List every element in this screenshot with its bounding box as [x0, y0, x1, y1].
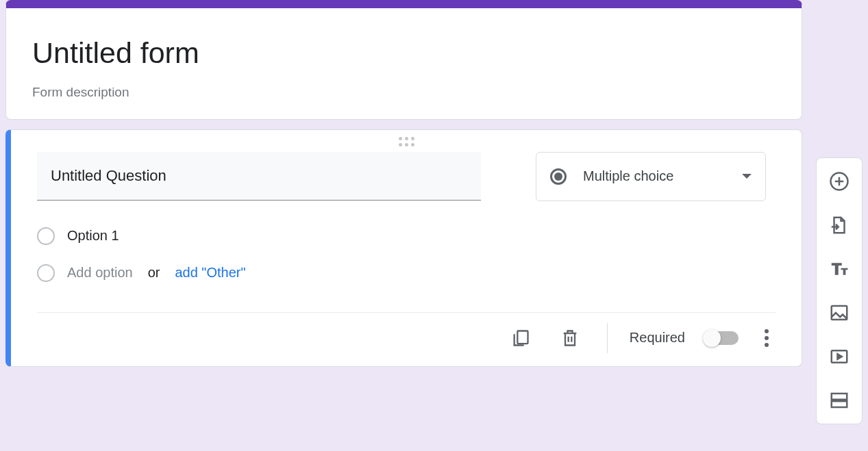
floating-toolbar	[816, 157, 863, 424]
add-title-button[interactable]	[824, 254, 854, 284]
svg-rect-4	[832, 394, 847, 400]
add-video-button[interactable]	[824, 342, 854, 372]
question-type-dropdown[interactable]: Multiple choice	[536, 152, 766, 201]
duplicate-button[interactable]	[506, 323, 536, 353]
option-row: Option 1	[37, 218, 776, 255]
svg-rect-0	[517, 331, 528, 344]
kebab-icon	[765, 329, 769, 333]
radio-filled-icon	[550, 168, 567, 185]
radio-icon	[37, 227, 55, 245]
image-icon	[829, 302, 850, 323]
divider	[607, 323, 608, 353]
required-toggle[interactable]	[704, 331, 739, 345]
question-title-input[interactable]	[37, 152, 481, 201]
import-questions-button[interactable]	[824, 210, 854, 240]
form-description-input[interactable]: Form description	[32, 85, 776, 100]
question-type-label: Multiple choice	[583, 168, 726, 184]
chevron-down-icon	[742, 174, 752, 179]
add-option-button[interactable]: Add option	[67, 265, 133, 281]
trash-icon	[560, 328, 580, 348]
option-label-input[interactable]: Option 1	[67, 228, 119, 244]
or-text: or	[148, 265, 160, 281]
add-section-button[interactable]	[824, 385, 854, 415]
question-card: Multiple choice Option 1 Add option or a…	[5, 129, 802, 367]
required-label: Required	[630, 330, 685, 346]
toggle-knob	[703, 329, 721, 347]
svg-rect-5	[832, 401, 847, 407]
add-other-button[interactable]: add "Other"	[175, 265, 245, 281]
add-image-button[interactable]	[824, 298, 854, 328]
form-header-card: Untitled form Form description	[5, 0, 802, 120]
plus-circle-icon	[829, 171, 850, 192]
radio-icon	[37, 264, 55, 282]
video-icon	[829, 346, 850, 367]
add-option-row: Add option or add "Other"	[37, 255, 776, 292]
delete-button[interactable]	[555, 323, 585, 353]
section-icon	[829, 390, 850, 411]
text-tt-icon	[829, 259, 850, 279]
add-question-button[interactable]	[824, 166, 854, 196]
copy-icon	[511, 328, 530, 348]
import-file-icon	[829, 215, 850, 235]
more-options-button[interactable]	[758, 322, 776, 354]
drag-icon	[399, 137, 414, 146]
drag-handle[interactable]	[37, 130, 776, 152]
form-title-input[interactable]: Untitled form	[32, 34, 776, 73]
